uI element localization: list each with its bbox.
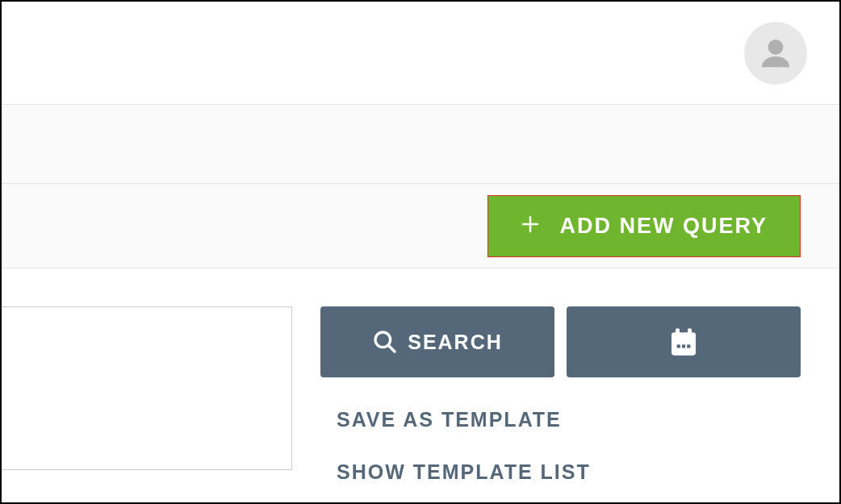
section-blank <box>2 105 839 184</box>
section-actions: ADD NEW QUERY <box>2 184 839 269</box>
calendar-button[interactable] <box>567 306 801 377</box>
svg-rect-6 <box>676 328 680 335</box>
user-avatar[interactable] <box>744 22 807 85</box>
svg-rect-7 <box>688 328 692 335</box>
plus-icon <box>521 214 540 238</box>
header-bar <box>2 2 839 105</box>
svg-rect-5 <box>672 332 696 355</box>
right-controls: SEARCH SAVE AS TEMPLATE SHOW TEMPLATE LI… <box>292 306 839 484</box>
search-icon <box>372 329 398 355</box>
show-template-list-link[interactable]: SHOW TEMPLATE LIST <box>337 460 801 484</box>
text-links: SAVE AS TEMPLATE SHOW TEMPLATE LIST <box>320 408 801 484</box>
main-area: SEARCH SAVE AS TEMPLATE SHOW TEMPLATE LI… <box>2 269 839 484</box>
user-icon <box>757 35 794 72</box>
svg-rect-10 <box>687 344 690 348</box>
calendar-icon <box>667 326 700 358</box>
save-as-template-link[interactable]: SAVE AS TEMPLATE <box>337 408 801 431</box>
button-row: SEARCH <box>320 306 801 377</box>
search-button-label: SEARCH <box>408 331 503 354</box>
svg-point-0 <box>769 40 781 52</box>
query-panel[interactable] <box>2 306 292 470</box>
svg-line-4 <box>388 345 395 352</box>
svg-rect-8 <box>677 344 680 348</box>
svg-rect-9 <box>682 344 685 348</box>
add-new-query-button[interactable]: ADD NEW QUERY <box>487 195 801 257</box>
search-button[interactable]: SEARCH <box>320 306 554 377</box>
add-new-query-label: ADD NEW QUERY <box>559 214 768 239</box>
